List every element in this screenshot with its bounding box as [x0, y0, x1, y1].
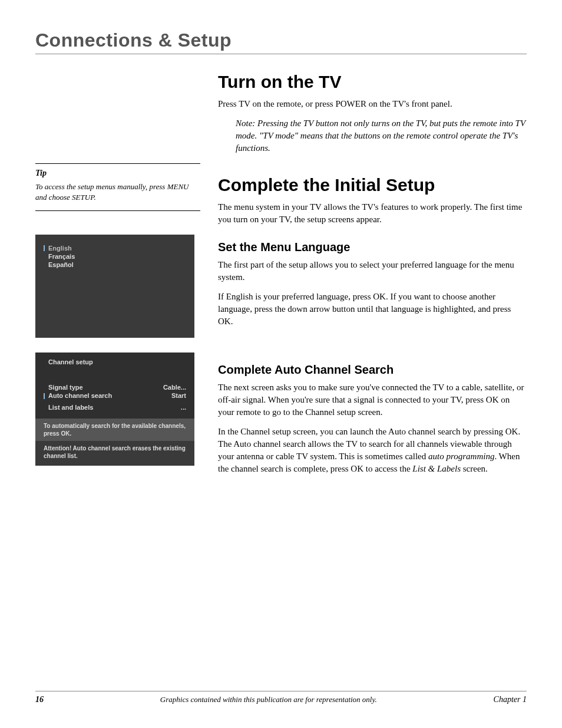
channel-help-text: To automatically search for the availabl…	[35, 419, 194, 441]
row-value: Start	[171, 392, 186, 399]
lang-option-english: English	[35, 244, 194, 252]
channel-warning-text: Attention! Auto channel search erases th…	[35, 441, 194, 466]
row-label: Auto channel search	[48, 392, 112, 399]
heading-turn-on-tv: Turn on the TV	[218, 72, 527, 92]
paragraph: The first part of the setup allows you t…	[218, 259, 527, 284]
channel-setup-panel: Channel setup Signal type Cable... Auto …	[35, 353, 194, 419]
paragraph: Press TV on the remote, or press POWER o…	[218, 98, 527, 110]
italic-term: auto programming	[428, 452, 494, 461]
italic-term: List & Labels	[412, 464, 461, 473]
page-header: Connections & Setup	[35, 29, 527, 54]
row-label: List and labels	[48, 404, 93, 411]
sidebar-column: Tip To access the setup menus manually, …	[35, 72, 200, 482]
tip-text: To access the setup menus manually, pres…	[35, 182, 200, 202]
paragraph: The next screen asks you to make sure yo…	[218, 381, 527, 419]
page-number: 16	[35, 695, 44, 704]
paragraph: The menu system in your TV allows the TV…	[218, 201, 527, 226]
footer-disclaimer: Graphics contained within this publicati…	[160, 695, 377, 704]
page-footer: 16 Graphics contained within this public…	[35, 691, 527, 704]
row-value: Cable...	[163, 384, 186, 391]
channel-setup-title: Channel setup	[48, 358, 186, 365]
row-label: Signal type	[48, 384, 83, 391]
lang-option-francais: Français	[35, 252, 194, 261]
note-text: Note: Pressing the TV button not only tu…	[236, 117, 527, 154]
content-columns: Tip To access the setup menus manually, …	[35, 72, 527, 482]
channel-row-signal-type: Signal type Cable...	[48, 383, 186, 391]
heading-initial-setup: Complete the Initial Setup	[218, 175, 527, 195]
paragraph: In the Channel setup screen, you can lau…	[218, 426, 527, 475]
channel-setup-screenshot: Channel setup Signal type Cable... Auto …	[35, 353, 194, 466]
channel-row-auto-search: Auto channel search Start	[48, 391, 186, 400]
tip-label: Tip	[35, 169, 200, 178]
paragraph: If English is your preferred language, p…	[218, 291, 527, 328]
tip-box: Tip To access the setup menus manually, …	[35, 163, 200, 211]
row-value: ...	[181, 404, 186, 411]
language-menu-screenshot: English Français Español	[35, 235, 194, 338]
text-run: screen.	[461, 464, 488, 473]
heading-auto-channel-search: Complete Auto Channel Search	[218, 363, 527, 377]
heading-menu-language: Set the Menu Language	[218, 241, 527, 254]
chapter-label: Chapter 1	[494, 695, 527, 704]
main-column: Turn on the TV Press TV on the remote, o…	[218, 72, 527, 482]
lang-option-espanol: Español	[35, 261, 194, 269]
channel-row-list-labels: List and labels ...	[48, 403, 186, 411]
